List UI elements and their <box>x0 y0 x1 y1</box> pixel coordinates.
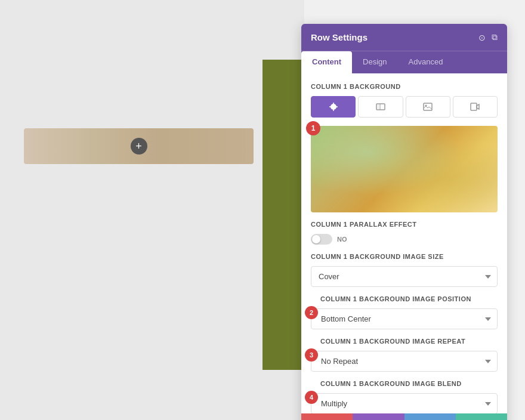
badge-1: 1 <box>306 121 320 135</box>
image-repeat-section: 3 Column 1 Background Image Repeat No Re… <box>311 338 498 372</box>
tab-content[interactable]: Content <box>301 51 352 73</box>
parallax-toggle-row: NO <box>311 234 498 245</box>
tab-advanced[interactable]: Advanced <box>398 51 454 73</box>
expand-icon[interactable]: ⧉ <box>492 32 498 42</box>
preview-image[interactable] <box>311 126 498 212</box>
preview-container: 1 <box>311 126 498 212</box>
bg-type-color-btn[interactable] <box>311 96 356 118</box>
image-repeat-select[interactable]: No Repeat Repeat Repeat X Repeat Y <box>311 351 498 372</box>
panel-header-icons: ⊙ ⧉ <box>478 32 498 42</box>
add-button[interactable]: + <box>131 138 147 155</box>
settings-icon[interactable]: ⊙ <box>478 33 486 42</box>
bg-type-image-btn[interactable] <box>406 96 450 118</box>
panel-footer: ✕ ↺ ↻ ✓ <box>301 413 507 420</box>
panel-body: Column 1 Background 1 <box>301 73 507 413</box>
tab-design[interactable]: Design <box>352 51 397 73</box>
redo-button[interactable]: ↻ <box>404 413 456 420</box>
bg-type-video-btn[interactable] <box>453 96 498 118</box>
cancel-button[interactable]: ✕ <box>301 413 353 420</box>
image-size-select[interactable]: Cover Contain Auto Custom <box>311 266 498 287</box>
badge-4: 4 <box>305 391 318 404</box>
image-size-section: Column 1 Background Image Size Cover Con… <box>311 253 498 287</box>
badge-2: 2 <box>305 306 318 319</box>
position-label: Column 1 Background Image Position <box>311 295 498 302</box>
row-settings-panel: Row Settings ⊙ ⧉ Content Design Advanced… <box>301 24 507 420</box>
parallax-toggle-label: NO <box>337 236 347 243</box>
parallax-toggle[interactable] <box>311 234 332 245</box>
image-position-select[interactable]: Bottom Center Top Left Top Center Top Ri… <box>311 308 498 329</box>
canvas-image-strip: + <box>24 128 254 164</box>
image-blend-section: 4 Column 1 Background Image Blend Multip… <box>311 380 498 413</box>
panel-tabs: Content Design Advanced <box>301 51 507 73</box>
bg-type-gradient-btn[interactable] <box>358 96 403 118</box>
bg-type-row <box>311 96 498 118</box>
parallax-section: Column 1 Parallax Effect NO <box>311 221 498 245</box>
toggle-thumb <box>312 235 320 243</box>
svg-rect-1 <box>376 104 385 110</box>
panel-header: Row Settings ⊙ ⧉ <box>301 24 507 51</box>
image-position-section: 2 Column 1 Background Image Position Bot… <box>311 295 498 329</box>
badge-3: 3 <box>305 348 318 362</box>
canvas-area: + <box>0 0 304 420</box>
panel-title: Row Settings <box>311 32 368 42</box>
repeat-label: Column 1 Background Image Repeat <box>311 338 498 345</box>
column-background-label: Column 1 Background <box>311 83 498 90</box>
undo-button[interactable]: ↺ <box>353 413 404 420</box>
svg-rect-6 <box>471 103 477 110</box>
image-size-label: Column 1 Background Image Size <box>311 253 498 260</box>
image-blend-select[interactable]: Multiply Normal Screen Overlay Darken Li… <box>311 393 498 413</box>
blend-label: Column 1 Background Image Blend <box>311 380 498 387</box>
preview-image-inner <box>311 126 498 212</box>
column-background-section: Column 1 Background 1 <box>311 83 498 212</box>
confirm-button[interactable]: ✓ <box>456 413 507 420</box>
parallax-label: Column 1 Parallax Effect <box>311 221 498 228</box>
